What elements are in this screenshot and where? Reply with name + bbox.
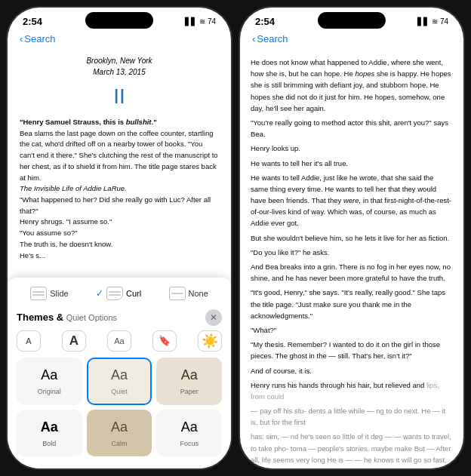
font-controls-row: A A Aa 🔖 ☀️ [17, 330, 222, 352]
left-book-content[interactable]: Brooklyn, New York March 13, 2015 II "He… [8, 49, 231, 468]
scroll-none-label: None [189, 287, 208, 300]
scroll-curl-label: Curl [126, 287, 141, 300]
left-back-button[interactable]: ‹ Search [20, 33, 56, 45]
brightness-button[interactable]: ☀️ [198, 330, 222, 352]
themes-header: Themes & Quiet Options ✕ [17, 309, 222, 326]
theme-quiet[interactable]: Aa Quiet [87, 358, 152, 405]
battery-icon: 74 [208, 17, 216, 26]
app-container: 2:54 ▋▋ ≋ 74 ‹ Search Brooklyn, New York… [0, 0, 471, 476]
wifi-icon: ≋ [199, 17, 205, 26]
right-status-icons: ▋▋ ≋ 74 [417, 17, 448, 26]
r-signal-icon: ▋▋ [417, 17, 429, 26]
bottom-panel: Slide ✓ Curl None [8, 278, 231, 468]
right-nav-bar: ‹ Search [240, 32, 463, 49]
scroll-curl[interactable]: ✓ Curl [90, 284, 147, 303]
theme-grid: Aa Original Aa Quiet Aa Paper Aa Bold [17, 358, 222, 456]
scroll-slide-label: Slide [50, 287, 68, 300]
right-status-bar: 2:54 ▋▋ ≋ 74 [240, 8, 463, 32]
book-chapter: II [20, 81, 219, 112]
small-font-button[interactable]: A [17, 330, 41, 352]
theme-focus[interactable]: Aa Focus [156, 410, 222, 457]
check-icon: ✓ [96, 287, 103, 300]
back-label: Search [24, 33, 55, 45]
left-phone: 2:54 ▋▋ ≋ 74 ‹ Search Brooklyn, New York… [6, 6, 232, 470]
bookmark-icon-btn[interactable]: 🔖 [152, 330, 177, 352]
signal-icon: ▋▋ [185, 17, 197, 26]
left-status-bar: 2:54 ▋▋ ≋ 74 [8, 8, 231, 32]
theme-bold[interactable]: Aa Bold [17, 410, 82, 457]
scroll-none[interactable]: None [163, 284, 214, 303]
themes-label: Themes & Quiet Options [17, 310, 117, 325]
scroll-slide[interactable]: Slide [24, 284, 74, 303]
right-back-button[interactable]: ‹ Search [252, 33, 288, 45]
left-status-icons: ▋▋ ≋ 74 [185, 17, 216, 26]
large-font-button[interactable]: A [62, 330, 86, 352]
book-text: "Henry Samuel Strauss, this is bullshit.… [20, 117, 219, 261]
curl-icon [106, 287, 123, 300]
close-button[interactable]: ✕ [205, 309, 222, 326]
right-status-time: 2:54 [255, 16, 275, 27]
none-icon [169, 287, 186, 300]
back-chevron-icon: ‹ [20, 33, 23, 45]
book-location: Brooklyn, New York March 13, 2015 [20, 55, 219, 78]
right-reading-content[interactable]: He does not know what happened to Addie,… [240, 49, 463, 468]
r-back-label: Search [257, 33, 288, 45]
theme-original[interactable]: Aa Original [17, 358, 82, 405]
r-battery-icon: 74 [440, 17, 448, 26]
slide-icon [30, 287, 47, 300]
theme-paper[interactable]: Aa Paper [156, 358, 222, 405]
theme-calm[interactable]: Aa Calm [87, 410, 152, 457]
font-type-button[interactable]: Aa [107, 330, 131, 352]
r-back-chevron-icon: ‹ [252, 33, 255, 45]
left-status-time: 2:54 [23, 16, 42, 27]
left-nav-bar: ‹ Search [8, 32, 231, 49]
r-wifi-icon: ≋ [432, 17, 438, 26]
right-phone: 2:54 ▋▋ ≋ 74 ‹ Search He does not know w… [239, 6, 465, 470]
scroll-options-row: Slide ✓ Curl None [17, 284, 222, 303]
